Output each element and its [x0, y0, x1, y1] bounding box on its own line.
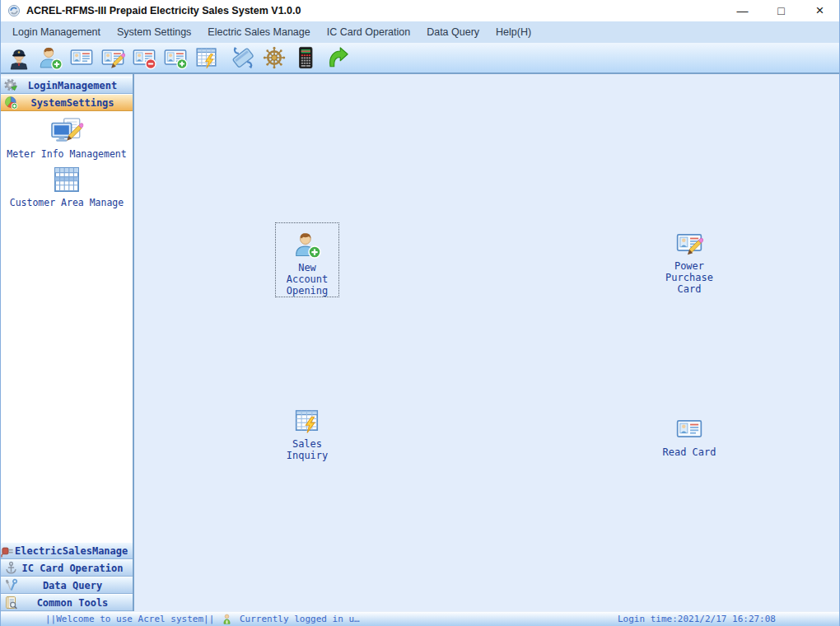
calculator-icon: [293, 45, 318, 70]
sidebar-panel: Meter Info Management Customer Area Mana…: [1, 111, 133, 542]
shortcut-read-card[interactable]: Read Card: [648, 415, 730, 458]
title-bar: ACREL-RFMS-III Prepaid Electricity Sales…: [1, 0, 839, 21]
toolbar-login-admin-button[interactable]: [3, 44, 35, 72]
toolbar-read-card-button[interactable]: [66, 44, 97, 72]
close-button[interactable]: ×: [800, 0, 839, 21]
edit-card-icon: [100, 45, 125, 70]
shortcut-label: Read Card: [662, 446, 716, 458]
desktop-area: New Account Opening Power Purchase Card …: [134, 74, 839, 611]
remove-card-icon: [132, 45, 156, 70]
sidebar-section-label: Common Tools: [21, 597, 133, 609]
menu-login-management[interactable]: Login Management: [4, 21, 109, 43]
exit-arrow-icon: [324, 45, 349, 70]
helm-icon: [262, 45, 287, 70]
tools-icon: [1, 578, 21, 592]
toolbar: [1, 43, 839, 74]
sidebar-section-ic-card-operation[interactable]: IC Card Operation: [1, 559, 133, 577]
status-welcome-text: ||Welcome to use Acrel system||: [45, 614, 214, 624]
toolbar-ic-card-button[interactable]: [227, 44, 259, 72]
sidebar-section-label: LoginManagement: [21, 80, 133, 91]
sidebar-section-system-settings[interactable]: SystemSettings: [1, 94, 133, 111]
window-title: ACREL-RFMS-III Prepaid Electricity Sales…: [26, 5, 301, 16]
status-bar: ||Welcome to use Acrel system|| Currentl…: [1, 611, 839, 626]
menu-bar: Login Management System Settings Electri…: [1, 21, 839, 43]
shortcut-power-purchase-card[interactable]: Power Purchase Card: [656, 229, 722, 295]
notebook-search-icon: [1, 596, 21, 610]
minimize-button[interactable]: —: [723, 0, 762, 21]
sidebar-section-label: IC Card Operation: [21, 563, 133, 574]
shortcut-label: Sales Inquiry: [287, 438, 329, 461]
customer-grid-icon: [49, 165, 84, 194]
shortcut-label: Power Purchase Card: [665, 260, 713, 295]
sidebar-section-label: SystemSettings: [21, 97, 133, 109]
gear-arrow-icon: [1, 78, 21, 92]
police-officer-icon: [7, 45, 31, 70]
sidebar-item-label: Meter Info Management: [7, 148, 126, 160]
toolbar-add-card-button[interactable]: [160, 44, 191, 72]
add-user-icon: [38, 45, 63, 70]
sidebar-section-data-query[interactable]: Data Query: [1, 577, 133, 594]
add-user-icon: [293, 231, 321, 259]
pie-chart-add-icon: [1, 96, 21, 110]
edit-card-icon: [675, 229, 703, 257]
shortcut-new-account-opening[interactable]: New Account Opening: [275, 222, 339, 297]
ic-card-swap-icon: [231, 45, 255, 70]
toolbar-exit-button[interactable]: [321, 44, 352, 72]
sidebar-item-label: Customer Area Manage: [10, 197, 124, 208]
toolbar-settings-button[interactable]: [259, 44, 290, 72]
menu-electric-sales-manage[interactable]: Electric Sales Manage: [199, 21, 318, 43]
sidebar: LoginManagement SystemSettings Meter Inf…: [1, 74, 134, 611]
sidebar-section-electric-sales-manage[interactable]: ElectricSalesManage: [1, 542, 133, 559]
menu-help[interactable]: Help(H): [488, 21, 539, 43]
sidebar-section-label: ElectricSalesManage: [15, 545, 136, 557]
status-logged-in-text: Currently logged in u…: [240, 614, 360, 624]
app-window: ACREL-RFMS-III Prepaid Electricity Sales…: [0, 0, 840, 626]
sidebar-section-label: Data Query: [21, 580, 133, 591]
toolbar-sales-inquiry-button[interactable]: [191, 44, 222, 72]
toolbar-remove-card-button[interactable]: [128, 44, 160, 72]
menu-ic-card-operation[interactable]: IC Card Operation: [319, 21, 418, 43]
menu-system-settings[interactable]: System Settings: [109, 21, 199, 43]
shortcut-label: New Account Opening: [276, 262, 338, 297]
toolbar-edit-card-button[interactable]: [97, 44, 128, 72]
toolbar-new-account-button[interactable]: [35, 44, 66, 72]
sidebar-section-login-management[interactable]: LoginManagement: [1, 77, 133, 94]
toolbar-calculator-button[interactable]: [290, 44, 321, 72]
plug-icon: [1, 544, 15, 558]
sales-table-lightning-icon: [194, 45, 219, 70]
sidebar-section-common-tools[interactable]: Common Tools: [1, 594, 133, 611]
id-card-icon: [69, 45, 94, 70]
shortcut-sales-inquiry[interactable]: Sales Inquiry: [275, 407, 339, 461]
monitor-edit-icon: [49, 116, 84, 146]
green-person-icon: [222, 613, 232, 625]
window-controls: — □ ×: [723, 0, 839, 21]
id-card-icon: [675, 415, 703, 443]
menu-data-query[interactable]: Data Query: [418, 21, 488, 43]
body-row: LoginManagement SystemSettings Meter Inf…: [1, 74, 839, 611]
maximize-button[interactable]: □: [762, 0, 800, 21]
sales-table-lightning-icon: [293, 407, 321, 435]
add-card-icon: [163, 45, 188, 70]
anchor-icon: [1, 561, 21, 575]
status-login-time: Login time:2021/2/17 16:27:08: [618, 614, 776, 624]
sidebar-item-meter-info-management[interactable]: Meter Info Management: [7, 116, 126, 160]
sidebar-item-customer-area-manage[interactable]: Customer Area Manage: [10, 165, 124, 208]
app-logo-icon: [7, 4, 21, 17]
